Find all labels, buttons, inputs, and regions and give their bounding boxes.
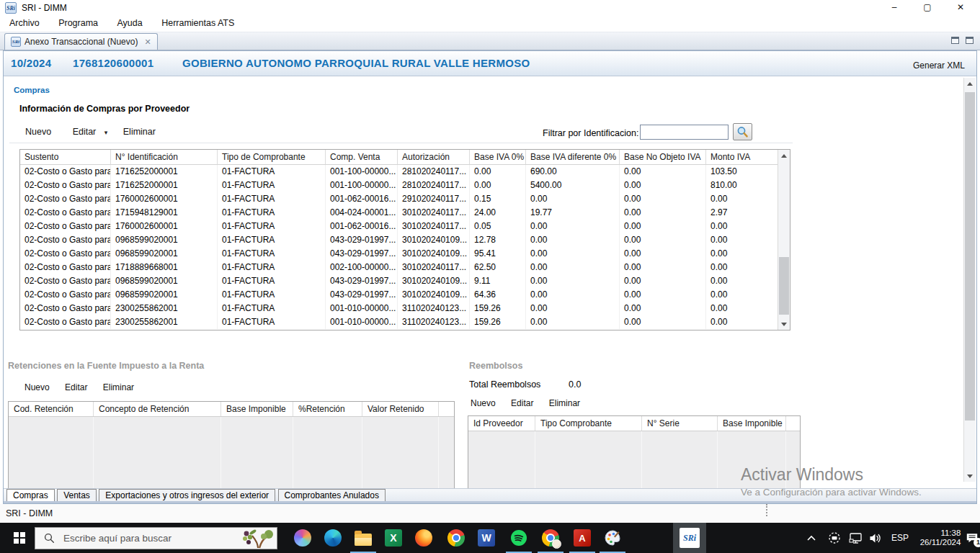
tab-comprobantes-anulados[interactable]: Comprobantes Anulados xyxy=(278,489,386,502)
pane-minimize-icon[interactable] xyxy=(951,37,959,44)
col-base-iva-0[interactable]: Base IVA 0% xyxy=(470,150,526,164)
col-tipo-comprobante[interactable]: Tipo de Comprobante xyxy=(218,150,326,164)
taskbar-edge[interactable] xyxy=(318,523,348,553)
tray-chevron[interactable] xyxy=(803,523,820,553)
compras-table-scrollbar[interactable] xyxy=(778,150,790,330)
generar-xml-button[interactable]: Generar XML xyxy=(913,60,965,71)
taskbar-chrome[interactable] xyxy=(441,523,471,553)
filter-input[interactable] xyxy=(640,125,729,140)
scroll-up-icon[interactable] xyxy=(778,150,790,161)
tray-language[interactable]: ESP xyxy=(888,523,912,553)
sri-icon: SRi xyxy=(680,528,700,548)
ret-nuevo-button[interactable]: Nuevo xyxy=(24,382,50,392)
reemb-eliminar-button[interactable]: Eliminar xyxy=(549,398,580,408)
table-cell: 002-100-00000... xyxy=(326,261,398,274)
col-filler xyxy=(439,402,454,416)
ret-eliminar-button[interactable]: Eliminar xyxy=(103,382,134,392)
close-button[interactable]: ✕ xyxy=(944,0,977,16)
tray-volume[interactable] xyxy=(866,523,885,553)
table-row[interactable]: 02-Costo o Gasto para d...17162520000010… xyxy=(20,165,790,179)
col-pct-retencion[interactable]: %Retención xyxy=(293,402,362,416)
pane-maximize-icon[interactable] xyxy=(966,37,974,44)
tab-ventas[interactable]: Ventas xyxy=(57,489,97,502)
taskbar-copilot[interactable] xyxy=(288,523,318,553)
col-monto-iva[interactable]: Monto IVA xyxy=(706,150,778,164)
content-scrollbar[interactable] xyxy=(963,78,976,482)
tray-clock[interactable]: 11:38 26/11/2024 xyxy=(915,523,966,553)
table-cell: 301020240109... xyxy=(398,233,470,247)
table-row[interactable]: 02-Costo o Gasto para d...09685990200010… xyxy=(20,233,790,247)
col-base-imponible[interactable]: Base Imponible xyxy=(221,402,293,416)
table-row[interactable]: 02-Costo o Gasto para d...23002558620010… xyxy=(20,315,790,329)
filter-search-button[interactable] xyxy=(733,123,752,140)
editar-button[interactable]: Editar xyxy=(73,127,97,137)
scrollbar-thumb[interactable] xyxy=(965,92,975,421)
scroll-down-icon[interactable] xyxy=(964,470,976,482)
table-row[interactable]: 02-Costo o Gasto para d...17600026000010… xyxy=(20,220,790,233)
tab-compras[interactable]: Compras xyxy=(6,489,55,502)
tab-anexo-transaccional[interactable]: SRi Anexo Transaccional (Nuevo) ✕ xyxy=(4,33,158,50)
table-row[interactable]: 02-Costo o Gasto para d...17159481290010… xyxy=(20,206,790,220)
tray-network[interactable] xyxy=(846,523,865,553)
tab-exportaciones[interactable]: Exportaciones y otros ingresos del exter… xyxy=(99,489,275,502)
col-identificacion[interactable]: N° Identificación xyxy=(111,150,218,164)
col-sustento[interactable]: Sustento xyxy=(20,150,111,164)
ret-editar-button[interactable]: Editar xyxy=(65,382,87,392)
scroll-up-icon[interactable] xyxy=(964,78,976,89)
taskbar-firefox[interactable] xyxy=(409,523,439,553)
menu-programa[interactable]: Programa xyxy=(50,16,106,30)
col-comp-venta[interactable]: Comp. Venta xyxy=(326,150,398,164)
col-filler xyxy=(786,416,800,431)
col-cod-retencion[interactable]: Cod. Retención xyxy=(9,402,94,416)
taskbar-acrobat[interactable]: A xyxy=(567,523,597,553)
taskbar-sri-dimm[interactable]: SRi xyxy=(673,523,706,553)
table-row[interactable]: 02-Costo o Gasto para d...09685990200010… xyxy=(20,247,790,261)
col-autorizacion[interactable]: Autorización xyxy=(398,150,470,164)
table-row[interactable]: 02-Costo o Gasto para d...09685990200010… xyxy=(20,274,790,288)
table-row[interactable]: 02-Costo o Gasto para d...23002558620010… xyxy=(20,302,790,315)
taskbar-file-explorer[interactable] xyxy=(348,523,378,553)
maximize-button[interactable]: ▢ xyxy=(911,0,944,16)
col-base-iva-dif[interactable]: Base IVA diferente 0% xyxy=(526,150,620,164)
tab-close-icon[interactable]: ✕ xyxy=(144,37,151,47)
col-id-proveedor[interactable]: Id Proveedor xyxy=(468,416,535,431)
taskbar-excel[interactable]: X xyxy=(378,523,409,553)
reemb-nuevo-button[interactable]: Nuevo xyxy=(471,398,496,408)
taskbar-chrome-profile[interactable] xyxy=(535,523,566,553)
nuevo-button[interactable]: Nuevo xyxy=(25,127,51,137)
menu-herramientas-ats[interactable]: Herramientas ATS xyxy=(153,16,242,30)
taskbar-word[interactable]: W xyxy=(471,523,502,553)
menu-archivo[interactable]: Archivo xyxy=(1,16,48,30)
table-row[interactable]: 02-Costo o Gasto para d...09685990200010… xyxy=(20,288,790,302)
splitter-grip[interactable] xyxy=(766,504,767,516)
col-n-serie[interactable]: N° Serie xyxy=(642,416,718,431)
col-base-no-objeto[interactable]: Base No Objeto IVA xyxy=(620,150,706,164)
scroll-down-icon[interactable] xyxy=(778,318,790,330)
taskbar-paint[interactable] xyxy=(597,523,628,553)
tray-action-center[interactable]: 1 xyxy=(964,523,980,553)
col-base-imponible-reemb[interactable]: Base Imponible xyxy=(718,416,786,431)
scrollbar-thumb[interactable] xyxy=(779,257,789,315)
col-tipo-comprobante-reemb[interactable]: Tipo Comprobante xyxy=(535,416,642,431)
start-button[interactable] xyxy=(4,523,35,553)
table-row[interactable]: 02-Costo o Gasto para d...17188896680010… xyxy=(20,261,790,274)
tray-capture[interactable] xyxy=(825,523,844,553)
col-concepto-retencion[interactable]: Concepto de Retención xyxy=(94,402,221,416)
taskbar-spotify[interactable] xyxy=(504,523,534,553)
reemb-editar-button[interactable]: Editar xyxy=(511,398,533,408)
copilot-icon xyxy=(294,529,311,547)
table-row[interactable]: 02-Costo o Gasto para d...17162520000010… xyxy=(20,179,790,192)
clock-time: 11:38 xyxy=(940,529,961,537)
eliminar-button[interactable]: Eliminar xyxy=(123,127,156,137)
table-row[interactable]: 02-Costo o Gasto para d...17600026000010… xyxy=(20,192,790,206)
editar-dropdown-icon[interactable]: ▾ xyxy=(104,129,108,136)
search-input[interactable] xyxy=(62,532,238,544)
minimize-button[interactable]: – xyxy=(878,0,911,16)
menu-ayuda[interactable]: Ayuda xyxy=(109,16,150,30)
taskbar-search[interactable] xyxy=(35,527,277,549)
col-valor-retenido[interactable]: Valor Retenido xyxy=(362,402,439,416)
table-cell: 0.00 xyxy=(620,315,706,329)
table-cell: 281020240117... xyxy=(398,165,470,179)
table-cell: 281020240117... xyxy=(398,179,470,192)
table-cell: 2300255862001 xyxy=(111,315,218,329)
